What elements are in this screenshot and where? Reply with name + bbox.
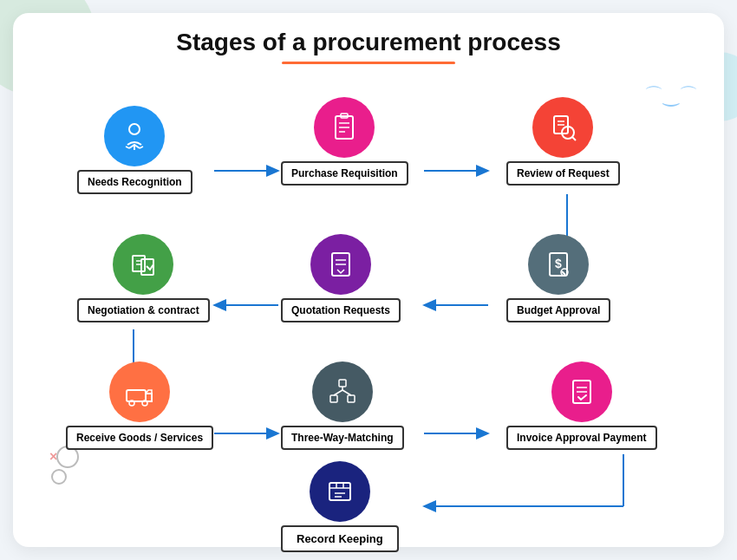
svg-line-22 <box>572 137 576 140</box>
svg-point-13 <box>129 124 140 134</box>
invoice-icon <box>551 361 612 422</box>
main-card: Stages of a procurement process ⌒‿⌒ × 〜〜 <box>13 13 724 547</box>
title-underline <box>282 62 455 64</box>
review-of-request-icon <box>532 97 593 158</box>
three-way-matching-label: Three-Way-Matching <box>281 426 404 450</box>
quotation-icon <box>310 234 371 295</box>
node-negotiation-contract: Negotiation & contract <box>77 234 210 322</box>
node-needs-recognition: Needs Recognition <box>77 106 192 194</box>
receive-goods-icon <box>109 361 170 422</box>
needs-recognition-icon <box>104 106 165 166</box>
quotation-requests-label: Quotation Requests <box>281 298 401 322</box>
node-invoice-approval: Invoice Approval Payment <box>506 361 657 450</box>
record-keeping-label: Record Keeping <box>281 525 399 552</box>
svg-rect-39 <box>330 395 337 402</box>
svg-rect-25 <box>133 256 145 271</box>
node-record-keeping: Record Keeping <box>281 461 399 552</box>
svg-line-42 <box>334 390 342 395</box>
invoice-approval-label: Invoice Approval Payment <box>506 426 657 450</box>
svg-rect-38 <box>339 380 346 387</box>
budget-icon: $ <box>528 234 589 295</box>
needs-recognition-label: Needs Recognition <box>77 170 192 194</box>
node-review-of-request: Review of Request <box>506 97 620 186</box>
svg-rect-40 <box>348 395 355 402</box>
record-keeping-icon <box>310 461 370 522</box>
purchase-requisition-label: Purchase Requisition <box>281 161 408 186</box>
purchase-requisition-icon <box>314 97 375 158</box>
svg-line-43 <box>342 390 351 395</box>
node-quotation-requests: Quotation Requests <box>281 234 401 322</box>
review-of-request-label: Review of Request <box>506 161 620 186</box>
budget-approval-label: Budget Approval <box>506 298 610 322</box>
node-three-way-matching: Three-Way-Matching <box>281 361 404 450</box>
svg-text:$: $ <box>555 257 562 270</box>
svg-rect-35 <box>127 390 146 401</box>
svg-rect-47 <box>329 483 350 500</box>
flow-diagram: Needs Recognition Purchase Requisition <box>34 80 703 531</box>
three-way-icon <box>312 361 373 422</box>
negotiation-icon <box>113 234 173 295</box>
node-purchase-requisition: Purchase Requisition <box>281 97 408 186</box>
node-receive-goods: Receive Goods / Services <box>66 361 213 450</box>
node-budget-approval: $ Budget Approval <box>506 234 610 322</box>
negotiation-contract-label: Negotiation & contract <box>77 298 210 322</box>
page-title: Stages of a procurement process <box>34 29 703 56</box>
receive-goods-label: Receive Goods / Services <box>66 426 213 450</box>
